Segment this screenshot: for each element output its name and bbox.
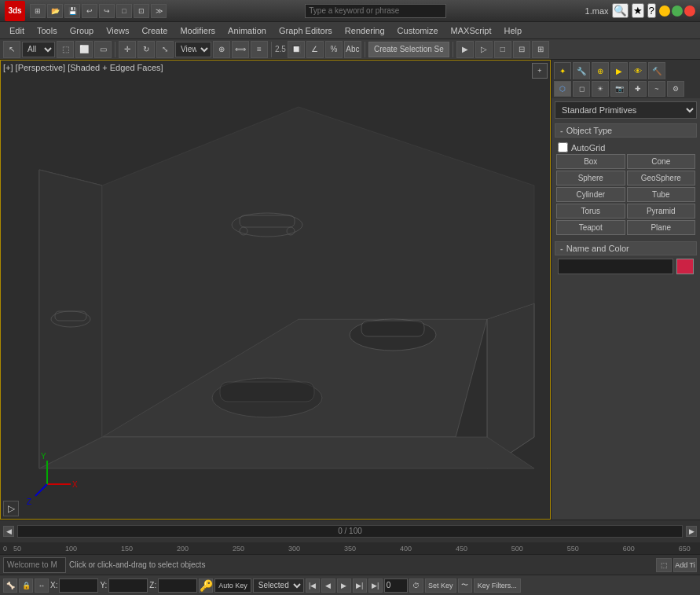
tb-btn7[interactable]: ⊡: [134, 4, 149, 18]
pstab-shapes[interactable]: ◻: [573, 81, 590, 97]
menu-animation[interactable]: Animation: [222, 24, 273, 37]
redo-button[interactable]: ↪: [99, 4, 115, 18]
viewport-canvas[interactable]: X Y Z: [0, 60, 551, 520]
scale-btn[interactable]: ⤡: [156, 41, 174, 58]
teapot-button[interactable]: Teapot: [556, 220, 625, 235]
open-file-button[interactable]: 📂: [47, 4, 63, 18]
y-input[interactable]: [108, 578, 148, 593]
object-type-header[interactable]: - Object Type: [555, 123, 697, 138]
render-type-btn[interactable]: □: [494, 41, 511, 58]
menu-graph-editors[interactable]: Graph Editors: [273, 24, 339, 37]
help-search-btn[interactable]: 🔍: [612, 3, 629, 18]
playback-expand-button[interactable]: ▷: [3, 501, 19, 516]
object-name-input[interactable]: [558, 259, 673, 274]
next-frame-button[interactable]: ▶|: [353, 578, 367, 593]
maximize-button[interactable]: [672, 6, 683, 17]
cone-button[interactable]: Cone: [627, 154, 696, 169]
primitives-select[interactable]: Standard Primitives Extended Primitives …: [555, 101, 697, 119]
menu-modifiers[interactable]: Modifiers: [174, 24, 222, 37]
viewport-wrapper[interactable]: [+] [Perspective] [Shaded + Edged Faces]…: [0, 60, 551, 520]
timeline-prev-button[interactable]: ◀: [3, 526, 14, 537]
rotate-btn[interactable]: ↻: [137, 41, 155, 58]
filter-dropdown[interactable]: All: [22, 42, 55, 57]
viewport-expand-button[interactable]: +: [532, 63, 548, 79]
select-rect-btn[interactable]: ▭: [94, 41, 112, 58]
align-btn[interactable]: ≡: [251, 41, 268, 58]
sphere-button[interactable]: Sphere: [556, 171, 625, 185]
new-file-button[interactable]: ⊞: [30, 4, 46, 18]
pyramid-button[interactable]: Pyramid: [627, 204, 696, 219]
pstab-lights[interactable]: ☀: [592, 81, 609, 97]
torus-button[interactable]: Torus: [556, 204, 625, 219]
panel-tab-utilities[interactable]: 🔨: [648, 62, 665, 79]
geosphere-button[interactable]: GeoSphere: [627, 171, 696, 185]
xform-icon[interactable]: ↔: [35, 578, 49, 593]
x-input[interactable]: [59, 578, 98, 593]
bone-icon[interactable]: 🦴: [3, 578, 17, 593]
time-config-btn[interactable]: ⏱: [409, 578, 423, 593]
primitives-dropdown[interactable]: Standard Primitives Extended Primitives …: [555, 101, 697, 119]
panel-tab-hierarchy[interactable]: ⊕: [592, 62, 609, 79]
tb-btn6[interactable]: □: [116, 4, 132, 18]
render-frame-btn[interactable]: ⊟: [513, 41, 530, 58]
panel-tab-create[interactable]: ✦: [554, 62, 571, 79]
mirror-btn[interactable]: ⟺: [232, 41, 249, 58]
menu-group[interactable]: Group: [64, 24, 101, 37]
select-region-btn[interactable]: ⬜: [75, 41, 93, 58]
color-swatch[interactable]: [676, 259, 694, 274]
help-btn[interactable]: ?: [647, 3, 656, 18]
z-input[interactable]: [158, 578, 197, 593]
tube-button[interactable]: Tube: [627, 187, 696, 202]
pstab-cameras[interactable]: 📷: [610, 81, 628, 97]
autogrid-checkbox[interactable]: [558, 142, 568, 152]
add-time-btn[interactable]: Add Ti: [673, 558, 697, 572]
tb-btn8[interactable]: ≫: [151, 4, 167, 18]
autokey-button[interactable]: Auto Key: [214, 578, 251, 593]
prev-frame-button[interactable]: ◀: [321, 578, 335, 593]
view-ref-dropdown[interactable]: View: [175, 42, 211, 57]
plane-button[interactable]: Plane: [627, 220, 696, 235]
render-region-btn[interactable]: ⊞: [532, 41, 549, 58]
save-button[interactable]: 💾: [64, 4, 80, 18]
render-setup-btn[interactable]: ▶: [456, 41, 474, 58]
use-pivot-btn[interactable]: ⊕: [213, 41, 230, 58]
menu-maxscript[interactable]: MAXScript: [445, 24, 498, 37]
panel-tab-modify[interactable]: 🔧: [573, 62, 590, 79]
box-button[interactable]: Box: [556, 154, 625, 169]
angle-snap-btn[interactable]: ∠: [306, 41, 324, 58]
status-icon1[interactable]: ⬚: [656, 558, 672, 572]
timeline-next-button[interactable]: ▶: [686, 526, 697, 537]
keyfilters-btn[interactable]: Key Filters...: [474, 578, 521, 593]
menu-customize[interactable]: Customize: [391, 24, 445, 37]
panel-tab-display[interactable]: 👁: [629, 62, 647, 79]
pstab-geometry[interactable]: ⬡: [554, 81, 571, 97]
menu-rendering[interactable]: Rendering: [339, 24, 391, 37]
create-selection-button[interactable]: Create Selection Se: [368, 42, 449, 57]
menu-tools[interactable]: Tools: [31, 24, 64, 37]
pstab-systems[interactable]: ⚙: [667, 81, 684, 97]
timeline-track[interactable]: 0 / 100: [17, 525, 683, 538]
panel-tab-motion[interactable]: ▶: [610, 62, 628, 79]
render-btn[interactable]: ▷: [475, 41, 493, 58]
select-btn[interactable]: ⬚: [57, 41, 74, 58]
menu-create[interactable]: Create: [135, 24, 174, 37]
go-end-button[interactable]: ▶|: [368, 578, 383, 593]
name-color-header[interactable]: - Name and Color: [555, 241, 697, 255]
setkey-btn[interactable]: Set Key: [425, 578, 456, 593]
selected-dropdown[interactable]: Selected: [253, 578, 304, 593]
spinner-snap-btn[interactable]: Abc: [344, 41, 361, 58]
snap-btn[interactable]: 🔲: [288, 41, 305, 58]
search-input[interactable]: [305, 4, 446, 18]
frame-number-input[interactable]: [384, 578, 408, 593]
select-filter-all[interactable]: ↖: [3, 41, 20, 58]
pstab-helpers[interactable]: ✚: [629, 81, 647, 97]
menu-edit[interactable]: Edit: [3, 24, 31, 37]
move-btn[interactable]: ✛: [119, 41, 136, 58]
cylinder-button[interactable]: Cylinder: [556, 187, 625, 202]
key-icon[interactable]: 🔑: [199, 578, 213, 593]
bookmark-btn[interactable]: ★: [632, 3, 644, 18]
curve-icon[interactable]: 〜: [458, 578, 472, 593]
go-start-button[interactable]: |◀: [306, 578, 320, 593]
lock-icon[interactable]: 🔒: [19, 578, 33, 593]
undo-button[interactable]: ↩: [82, 4, 97, 18]
